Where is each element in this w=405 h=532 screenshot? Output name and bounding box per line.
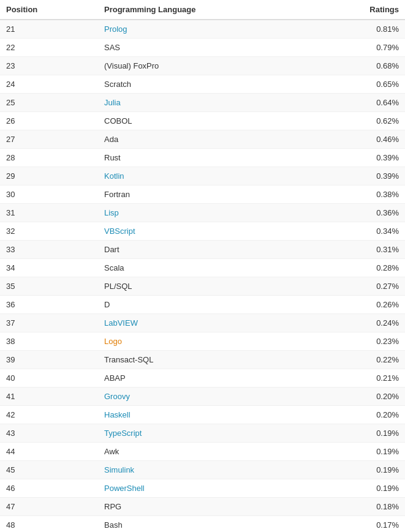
row-rating: 0.18% (338, 502, 399, 511)
row-position: 36 (6, 300, 104, 309)
row-language: Transact-SQL (104, 355, 338, 364)
row-position: 27 (6, 135, 104, 144)
row-language: Kotlin (104, 171, 338, 181)
row-rating: 0.34% (338, 227, 399, 236)
row-rating: 0.17% (338, 520, 399, 530)
table-row: 47 RPG 0.18% (0, 498, 405, 516)
row-language: Logo (104, 337, 338, 346)
row-rating: 0.28% (338, 263, 399, 272)
row-language: Lisp (104, 208, 338, 217)
row-language: (Visual) FoxPro (104, 61, 338, 70)
row-position: 48 (6, 520, 104, 530)
row-position: 38 (6, 337, 104, 346)
table-row: 42 Haskell 0.20% (0, 406, 405, 424)
row-position: 34 (6, 263, 104, 272)
row-language: SAS (104, 43, 338, 52)
row-language: LabVIEW (104, 318, 338, 328)
table-row: 26 COBOL 0.62% (0, 112, 405, 130)
row-language: Bash (104, 520, 338, 530)
row-rating: 0.36% (338, 208, 399, 217)
row-rating: 0.19% (338, 429, 399, 438)
row-position: 33 (6, 245, 104, 254)
table-row: 39 Transact-SQL 0.22% (0, 351, 405, 369)
row-language: Julia (104, 98, 338, 107)
row-position: 43 (6, 429, 104, 438)
table-row: 37 LabVIEW 0.24% (0, 314, 405, 332)
table-row: 23 (Visual) FoxPro 0.68% (0, 57, 405, 75)
row-position: 24 (6, 80, 104, 89)
row-position: 26 (6, 116, 104, 126)
table-row: 29 Kotlin 0.39% (0, 167, 405, 185)
row-rating: 0.31% (338, 245, 399, 254)
table-row: 45 Simulink 0.19% (0, 461, 405, 479)
table-row: 41 Groovy 0.20% (0, 388, 405, 406)
row-rating: 0.19% (338, 465, 399, 474)
table-row: 25 Julia 0.64% (0, 94, 405, 112)
row-language: COBOL (104, 116, 338, 126)
row-position: 29 (6, 171, 104, 181)
row-position: 22 (6, 43, 104, 52)
row-rating: 0.46% (338, 135, 399, 144)
row-rating: 0.23% (338, 337, 399, 346)
row-rating: 0.26% (338, 300, 399, 309)
row-language: Dart (104, 245, 338, 254)
row-language: Fortran (104, 190, 338, 199)
row-rating: 0.38% (338, 190, 399, 199)
row-position: 35 (6, 282, 104, 291)
table-row: 27 Ada 0.46% (0, 130, 405, 149)
row-rating: 0.27% (338, 282, 399, 291)
row-language: Rust (104, 153, 338, 162)
row-position: 44 (6, 447, 104, 456)
row-rating: 0.79% (338, 43, 399, 52)
row-rating: 0.21% (338, 373, 399, 383)
row-rating: 0.39% (338, 171, 399, 181)
row-language: Haskell (104, 410, 338, 419)
row-rating: 0.22% (338, 355, 399, 364)
table-row: 34 Scala 0.28% (0, 259, 405, 277)
table-header: Position Programming Language Ratings (0, 0, 405, 20)
table-row: 40 ABAP 0.21% (0, 369, 405, 388)
row-rating: 0.24% (338, 318, 399, 328)
row-position: 37 (6, 318, 104, 328)
row-language: Simulink (104, 465, 338, 474)
row-position: 47 (6, 502, 104, 511)
row-language: PowerShell (104, 484, 338, 493)
table-row: 46 PowerShell 0.19% (0, 479, 405, 498)
rankings-table: Position Programming Language Ratings 21… (0, 0, 405, 532)
table-row: 22 SAS 0.79% (0, 39, 405, 57)
row-position: 40 (6, 373, 104, 383)
row-position: 42 (6, 410, 104, 419)
row-language: RPG (104, 502, 338, 511)
row-language: Scala (104, 263, 338, 272)
row-language: D (104, 300, 338, 309)
row-language: ABAP (104, 373, 338, 383)
row-rating: 0.62% (338, 116, 399, 126)
row-position: 39 (6, 355, 104, 364)
row-language: Awk (104, 447, 338, 456)
row-position: 41 (6, 392, 104, 401)
row-language: Ada (104, 135, 338, 144)
row-rating: 0.65% (338, 80, 399, 89)
row-position: 45 (6, 465, 104, 474)
row-language: PL/SQL (104, 282, 338, 291)
table-row: 21 Prolog 0.81% (0, 20, 405, 39)
row-language: VBScript (104, 227, 338, 236)
row-rating: 0.81% (338, 24, 399, 34)
row-position: 25 (6, 98, 104, 107)
table-row: 35 PL/SQL 0.27% (0, 277, 405, 296)
table-row: 48 Bash 0.17% (0, 516, 405, 532)
table-row: 43 TypeScript 0.19% (0, 424, 405, 443)
table-row: 30 Fortran 0.38% (0, 185, 405, 204)
row-rating: 0.20% (338, 410, 399, 419)
header-language: Programming Language (104, 5, 338, 14)
table-row: 32 VBScript 0.34% (0, 222, 405, 241)
row-position: 31 (6, 208, 104, 217)
row-position: 23 (6, 61, 104, 70)
table-row: 28 Rust 0.39% (0, 149, 405, 167)
header-ratings: Ratings (338, 5, 399, 14)
row-rating: 0.20% (338, 392, 399, 401)
row-rating: 0.68% (338, 61, 399, 70)
row-rating: 0.64% (338, 98, 399, 107)
row-language: Scratch (104, 80, 338, 89)
table-row: 44 Awk 0.19% (0, 443, 405, 461)
